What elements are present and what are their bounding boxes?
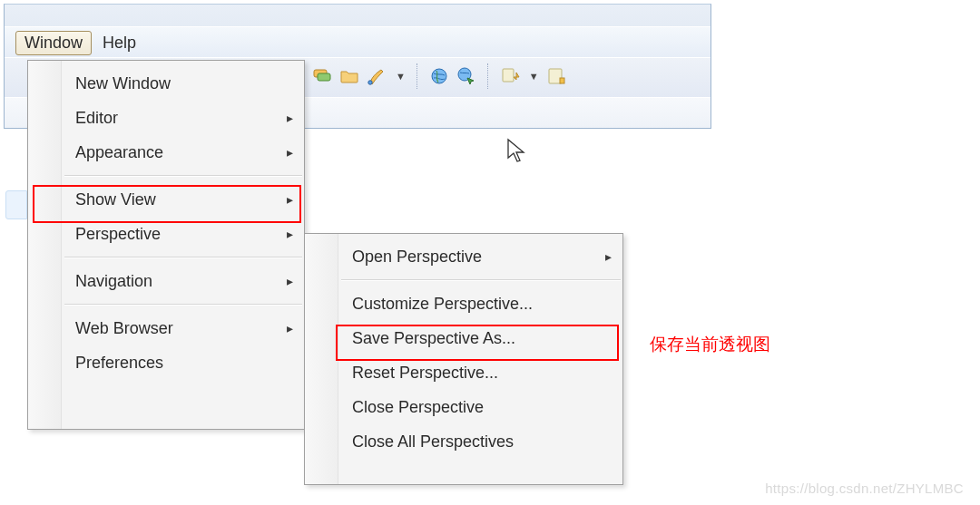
perspective-selection-tab	[5, 190, 27, 219]
brush-icon[interactable]	[367, 66, 387, 86]
perspective-submenu: Open Perspective Customize Perspective..…	[304, 233, 623, 485]
submenu-item-open-perspective[interactable]: Open Perspective	[305, 239, 622, 274]
menu-help[interactable]: Help	[93, 31, 145, 55]
svg-rect-1	[318, 73, 330, 81]
menu-item-preferences[interactable]: Preferences	[28, 345, 304, 380]
menu-item-show-view[interactable]: Show View	[28, 182, 304, 217]
svg-point-2	[368, 81, 372, 84]
svg-rect-5	[503, 69, 514, 82]
watermark-text: https://blog.csdn.net/ZHYLMBC	[765, 481, 964, 496]
svg-rect-7	[560, 78, 564, 83]
submenu-item-close-all-perspectives[interactable]: Close All Perspectives	[305, 424, 622, 459]
submenu-item-save-perspective-as[interactable]: Save Perspective As...	[305, 321, 622, 355]
toolbar-separator	[416, 63, 418, 89]
mouse-cursor-icon	[506, 138, 528, 165]
servers-icon[interactable]	[312, 66, 332, 86]
svg-point-3	[432, 69, 446, 83]
menu-separator	[64, 304, 302, 306]
window-dropdown-menu: New Window Editor Appearance Show View P…	[27, 60, 305, 430]
globe-run-icon[interactable]	[456, 66, 476, 86]
submenu-item-reset-perspective[interactable]: Reset Perspective...	[305, 355, 622, 390]
menu-item-appearance[interactable]: Appearance	[28, 135, 304, 170]
toolbar-dropdown-icon[interactable]: ▼	[529, 71, 539, 82]
menu-bar: Window Help	[5, 26, 710, 59]
menu-separator	[64, 257, 302, 258]
properties-icon[interactable]	[546, 66, 566, 86]
menu-item-new-window[interactable]: New Window	[28, 66, 304, 101]
menu-item-navigation[interactable]: Navigation	[28, 264, 304, 298]
open-folder-icon[interactable]	[339, 66, 359, 86]
menu-item-perspective[interactable]: Perspective	[28, 217, 304, 251]
submenu-separator	[341, 279, 621, 281]
menu-item-editor[interactable]: Editor	[28, 101, 304, 135]
import-icon[interactable]	[500, 66, 520, 86]
globe-icon[interactable]	[429, 66, 449, 86]
toolbar-dropdown-icon[interactable]: ▼	[396, 71, 406, 82]
menu-item-web-browser[interactable]: Web Browser	[28, 311, 304, 345]
menu-separator	[64, 175, 302, 177]
submenu-item-close-perspective[interactable]: Close Perspective	[305, 390, 622, 424]
annotation-text: 保存当前透视图	[650, 333, 770, 356]
submenu-item-customize-perspective[interactable]: Customize Perspective...	[305, 286, 622, 321]
menu-window[interactable]: Window	[15, 31, 92, 55]
toolbar-separator	[487, 63, 489, 89]
